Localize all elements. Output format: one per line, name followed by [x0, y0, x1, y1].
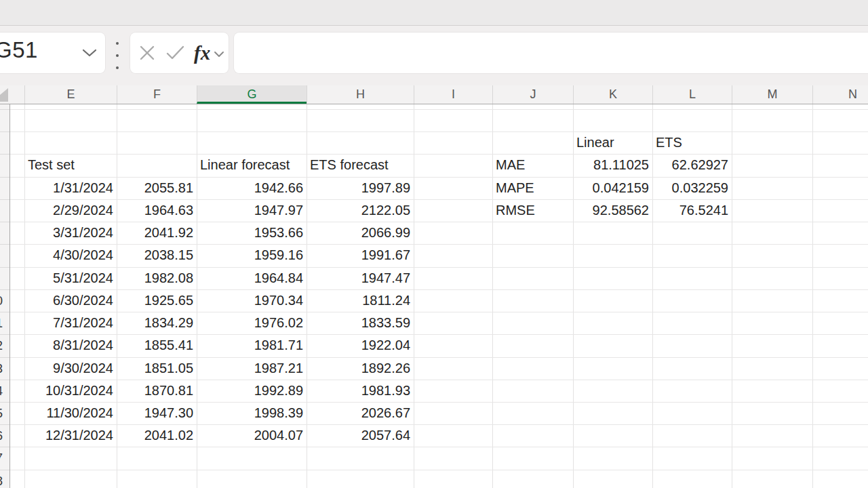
cell-ets-forecast[interactable]: 1991.67 — [307, 244, 414, 266]
sheet-row: 4/30/2024 2038.15 1959.16 1991.67 — [0, 244, 868, 266]
chevron-down-icon[interactable] — [82, 48, 97, 58]
test-set-label[interactable]: Test set — [24, 154, 117, 176]
column-header-M[interactable]: M — [732, 85, 812, 104]
cell-actual[interactable]: 1855.41 — [117, 334, 197, 357]
cell-linear-forecast[interactable]: 1998.39 — [197, 402, 307, 424]
gridline — [9, 447, 868, 447]
column-header-N[interactable]: N — [812, 85, 868, 104]
cell-linear-forecast[interactable]: 1976.02 — [197, 312, 307, 334]
name-box[interactable]: G51 — [0, 33, 105, 73]
cell-linear-forecast[interactable]: 1942.66 — [197, 177, 307, 199]
column-header-H[interactable]: H — [307, 85, 414, 104]
cell-date[interactable]: 7/31/2024 — [24, 312, 117, 334]
cell-date[interactable]: 11/30/2024 — [24, 402, 117, 424]
metric-label[interactable]: MAPE — [492, 177, 573, 199]
formula-bar-input[interactable] — [234, 33, 868, 73]
column-header-I[interactable]: I — [414, 85, 492, 104]
column-header-F[interactable]: F — [117, 85, 197, 104]
ets-forecast-header[interactable]: ETS forecast — [307, 154, 414, 176]
cell-actual[interactable]: 1870.81 — [117, 380, 197, 402]
cell-date[interactable]: 5/31/2024 — [24, 267, 117, 289]
cell-date[interactable]: 2/29/2024 — [24, 199, 117, 222]
cell-date[interactable]: 9/30/2024 — [24, 357, 117, 380]
cell-linear-forecast[interactable]: 1987.21 — [197, 357, 307, 380]
cell-actual[interactable]: 2038.15 — [117, 244, 197, 266]
cell-linear-forecast[interactable]: 2004.07 — [197, 424, 307, 447]
cell-date[interactable]: 8/31/2024 — [24, 334, 117, 357]
metric-value-ets[interactable]: 62.62927 — [652, 154, 732, 176]
column-header-K[interactable]: K — [573, 85, 652, 104]
name-box-splitter-handle[interactable] — [115, 42, 119, 69]
sheet-row: 3/31/2024 2041.92 1953.66 2066.99 — [0, 222, 868, 244]
cell-linear-forecast[interactable]: 1959.16 — [197, 244, 307, 266]
enter-check-icon[interactable] — [166, 45, 184, 60]
cell-linear-forecast[interactable]: 1981.71 — [197, 334, 307, 357]
row-number-clipped: 8 — [0, 470, 3, 488]
cell-ets-forecast[interactable]: 1981.93 — [307, 380, 414, 402]
gridline — [9, 470, 868, 470]
cell-linear-forecast[interactable]: 1947.97 — [197, 199, 307, 222]
sheet-row: 9/30/2024 1851.05 1987.21 1892.26 — [0, 357, 868, 380]
cell-ets-forecast[interactable]: 1922.04 — [307, 334, 414, 357]
cell-date[interactable]: 10/31/2024 — [24, 380, 117, 402]
window-top-bar — [0, 0, 868, 26]
sheet-row: 8/31/2024 1855.41 1981.71 1922.04 — [0, 334, 868, 357]
metric-label[interactable]: MAE — [492, 154, 573, 176]
cell-actual[interactable]: 1947.30 — [117, 402, 197, 424]
sheet-row: 11/30/2024 1947.30 1998.39 2026.67 — [0, 402, 868, 424]
column-header-E[interactable]: E — [24, 85, 117, 104]
insert-function-icon[interactable]: fx — [194, 43, 210, 63]
row-number-clipped: 7 — [0, 447, 3, 469]
chevron-down-icon[interactable] — [214, 51, 224, 58]
linear-forecast-header[interactable]: Linear forecast — [197, 154, 307, 176]
formula-bar-region: G51 fx — [0, 26, 868, 85]
cell-actual[interactable]: 1964.63 — [117, 199, 197, 222]
cell-actual[interactable]: 1851.05 — [117, 357, 197, 380]
sheet-row: 5/31/2024 1982.08 1964.84 1947.47 — [0, 267, 868, 289]
cell-ets-forecast[interactable]: 1947.47 — [307, 267, 414, 289]
metric-value-ets[interactable]: 0.032259 — [652, 177, 732, 199]
metric-value-linear[interactable]: 92.58562 — [573, 199, 652, 222]
cell-ets-forecast[interactable]: 1811.24 — [307, 289, 414, 312]
sheet-row: Test set Linear forecast ETS forecast MA… — [0, 154, 868, 176]
cell-actual[interactable]: 2041.92 — [117, 222, 197, 244]
column-header-J[interactable]: J — [492, 85, 573, 104]
cell-date[interactable]: 6/30/2024 — [24, 289, 117, 312]
metric-value-linear[interactable]: 81.11025 — [573, 154, 652, 176]
cell-linear-forecast[interactable]: 1953.66 — [197, 222, 307, 244]
metric-col-header-ets[interactable]: ETS — [652, 131, 732, 154]
cell-actual[interactable]: 1982.08 — [117, 267, 197, 289]
cell-ets-forecast[interactable]: 2122.05 — [307, 199, 414, 222]
cell-actual[interactable]: 1834.29 — [117, 312, 197, 334]
cell-ets-forecast[interactable]: 1997.89 — [307, 177, 414, 199]
cell-ets-forecast[interactable]: 1833.59 — [307, 312, 414, 334]
select-all-corner[interactable] — [0, 85, 9, 104]
column-header-L[interactable]: L — [652, 85, 732, 104]
cell-date[interactable]: 1/31/2024 — [24, 177, 117, 199]
metric-label[interactable]: RMSE — [492, 199, 573, 222]
cell-linear-forecast[interactable]: 1970.34 — [197, 289, 307, 312]
cancel-icon[interactable] — [139, 45, 155, 61]
metric-col-header-linear[interactable]: Linear — [573, 131, 652, 154]
cell-actual[interactable]: 2041.02 — [117, 424, 197, 447]
column-header-G[interactable]: G — [197, 85, 307, 104]
metric-value-linear[interactable]: 0.042159 — [573, 177, 652, 199]
cell-ets-forecast[interactable]: 2066.99 — [307, 222, 414, 244]
cell-ets-forecast[interactable]: 2026.67 — [307, 402, 414, 424]
select-all-triangle-icon — [0, 88, 8, 102]
cell-actual[interactable]: 1925.65 — [117, 289, 197, 312]
cell-date[interactable]: 3/31/2024 — [24, 222, 117, 244]
sheet-grid[interactable]: 0 1 2 3 4 5 6 7 8 Linear ETS Test set Li… — [0, 104, 868, 488]
sheet-row: 2/29/2024 1964.63 1947.97 2122.05 RMSE 9… — [0, 199, 868, 222]
cell-actual[interactable]: 2055.81 — [117, 177, 197, 199]
cell-ets-forecast[interactable]: 2057.64 — [307, 424, 414, 447]
cell-linear-forecast[interactable]: 1964.84 — [197, 267, 307, 289]
formula-buttons-group: fx — [130, 33, 229, 73]
sheet-row: 6/30/2024 1925.65 1970.34 1811.24 — [0, 289, 868, 312]
metric-value-ets[interactable]: 76.5241 — [652, 199, 732, 222]
cell-linear-forecast[interactable]: 1992.89 — [197, 380, 307, 402]
cell-date[interactable]: 12/31/2024 — [24, 424, 117, 447]
sheet-row: 12/31/2024 2041.02 2004.07 2057.64 — [0, 424, 868, 447]
cell-ets-forecast[interactable]: 1892.26 — [307, 357, 414, 380]
cell-date[interactable]: 4/30/2024 — [24, 244, 117, 266]
